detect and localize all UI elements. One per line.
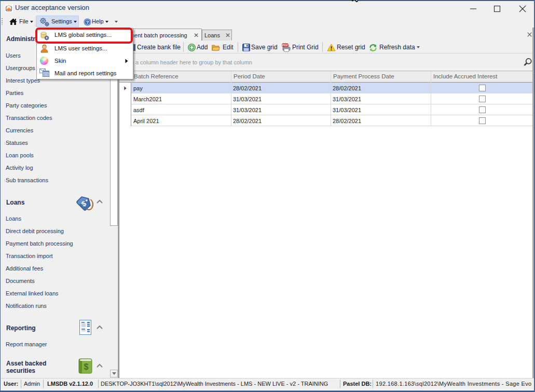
svg-text:?: ?	[86, 20, 89, 25]
svg-text:$: $	[84, 362, 89, 371]
svg-text:PDF: PDF	[282, 44, 289, 47]
